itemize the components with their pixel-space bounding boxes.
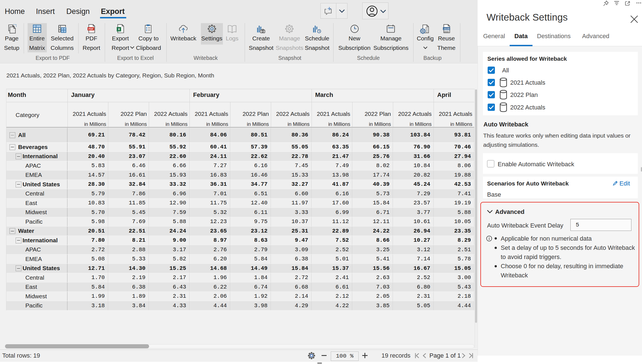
- svg-text:JSON: JSON: [444, 28, 450, 30]
- svg-text:PDF: PDF: [88, 28, 93, 30]
- svg-text:X: X: [118, 28, 120, 31]
